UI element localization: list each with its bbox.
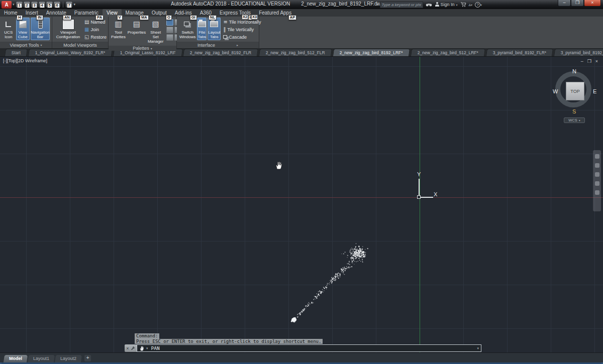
panel-title-viewport-tools[interactable]: Viewport Tools▾	[0, 42, 52, 48]
minimize-button[interactable]: –	[558, 0, 571, 7]
palette-mini-button[interactable]	[166, 34, 173, 41]
file-tab[interactable]: 2_new_zig_zag_bird_8192_LRF*	[333, 49, 410, 56]
viewport-window-controls: – ❒ ×	[581, 59, 598, 64]
infocenter: ▸ Sign In ▾ ▵ ▾ ? ▾	[377, 1, 482, 8]
ucs-axes-icon	[6, 22, 11, 27]
file-tab[interactable]: 2_new_zig_zag_bird_512_FLR	[259, 49, 332, 56]
restore-button[interactable]: ❒	[571, 0, 584, 7]
wcs-menu-button[interactable]: WCS▾	[564, 117, 585, 123]
view-cube[interactable]: N E S W TOP WCS▾	[552, 68, 597, 124]
file-tab[interactable]: 3_pyramid_bird_8192_LRF	[554, 49, 603, 56]
navigation-bar-button[interactable]: Navigation Bar	[31, 18, 50, 40]
qat-button-7[interactable]: 7	[66, 2, 72, 8]
app-store-cart-icon[interactable]	[460, 2, 466, 7]
qat-customize-caret-icon[interactable]: ▾	[74, 3, 76, 7]
qat-button-1[interactable]: 1	[16, 2, 23, 8]
nav-wheel-icon[interactable]	[595, 181, 599, 186]
properties-button[interactable]: ▤ Properties	[127, 18, 146, 36]
tile-vertically-button[interactable]: ‖ Tile Vertically	[223, 26, 261, 33]
command-options-caret-icon[interactable]: ▾	[146, 346, 148, 350]
file-tab[interactable]: 2_new_zig_zag_bird_512_LRF*	[411, 49, 485, 56]
infocenter-collapse-icon[interactable]: ▸	[377, 3, 379, 7]
qat-button-4[interactable]: 4	[39, 2, 45, 8]
qat-button-5[interactable]: 5	[46, 2, 53, 8]
command-window-grip[interactable]: ×	[125, 344, 137, 352]
command-input-area[interactable]: ▾ ▾	[137, 344, 481, 352]
command-close-icon[interactable]: ×	[126, 346, 129, 351]
compass-south[interactable]: S	[572, 108, 576, 114]
ribbon-tab-manage[interactable]: ManageMA	[122, 9, 148, 17]
drawing-canvas[interactable]: [-][Top][2D Wireframe] – ❒ × N E S W TOP…	[0, 56, 603, 352]
file-tab[interactable]: 3_pyramid_bird_8192_FLR*	[486, 49, 553, 56]
ribbon-tab-output[interactable]: OutputO	[148, 9, 171, 17]
layout-tab-label: Layout2	[60, 355, 76, 362]
viewport-minimize-button[interactable]: –	[581, 59, 583, 64]
ucs-y-label: Y	[417, 171, 421, 177]
panel-title-interface[interactable]: Interface▸	[177, 42, 259, 48]
ribbon-tab-insert[interactable]: InsertIN	[22, 9, 42, 17]
navigation-bar[interactable]	[593, 150, 601, 211]
viewport-controls[interactable]: [-][Top][2D Wireframe]	[3, 58, 47, 63]
panel-title-model-viewports[interactable]: Model Viewports	[52, 42, 108, 48]
user-icon	[435, 2, 439, 7]
a360-caret-icon[interactable]: ▾	[471, 3, 472, 7]
command-customize-wrench-icon[interactable]	[131, 346, 135, 350]
compass-east[interactable]: E	[593, 88, 596, 94]
file-tabs-button[interactable]: File Tabs	[197, 18, 207, 40]
ribbon-tab-featured-apps[interactable]: Featured AppsAP	[255, 9, 295, 17]
tool-palettes-button[interactable]: ▥ Tool Palettes	[111, 18, 126, 40]
help-caret-icon[interactable]: ▾	[480, 3, 482, 7]
sign-in-button[interactable]: Sign In ▾	[435, 2, 458, 7]
layout-tab-layout2[interactable]: Layout2	[55, 355, 82, 362]
ribbon-tab-a360[interactable]: A360NL	[196, 9, 216, 17]
ribbon-tab-annotate[interactable]: AnnotateAN	[42, 9, 70, 17]
sheet-set-manager-button[interactable]: ▧ Sheet Set Manager	[147, 18, 164, 45]
qat-button-2[interactable]: 2	[24, 2, 30, 8]
nav-pan-icon[interactable]	[595, 154, 599, 159]
file-tab[interactable]: 2_new_zig_zag_bird_8192_FLR	[183, 49, 259, 56]
layout-tabs-button[interactable]: Layout Tabs	[208, 18, 221, 40]
view-cube-button[interactable]: View Cube	[16, 18, 30, 40]
palette-mini-button[interactable]	[166, 27, 173, 33]
nav-zoom-icon[interactable]	[595, 163, 599, 168]
panel-launcher-icon[interactable]: ▸	[237, 43, 238, 47]
layout-tab-layout1[interactable]: Layout1	[28, 355, 55, 362]
ucs-icon-button[interactable]: UCS Icon	[2, 18, 15, 40]
panel-title-palettes[interactable]: Palettes▾	[109, 46, 176, 51]
view-cube-top-face[interactable]: TOP	[566, 82, 584, 100]
close-button[interactable]: ×	[584, 0, 601, 7]
ribbon-tab-parametric[interactable]: ParametricPA	[70, 9, 103, 17]
search-icon[interactable]	[426, 3, 432, 7]
wcs-caret-icon: ▾	[579, 118, 580, 122]
search-input[interactable]	[380, 2, 423, 8]
compass-north[interactable]: N	[572, 68, 576, 74]
cascade-button[interactable]: Cascade	[223, 34, 261, 40]
application-menu-caret-icon[interactable]: ▾	[13, 3, 15, 7]
join-viewports-button[interactable]: ▦ Join	[84, 26, 107, 33]
help-icon[interactable]: ?	[475, 2, 480, 8]
ribbon-tab-add-ins[interactable]: Add-insGI	[171, 9, 196, 17]
qat-button-3[interactable]: 3	[31, 2, 38, 8]
viewport-restore-button[interactable]: ❒	[587, 59, 591, 64]
application-menu-button[interactable]: A	[2, 1, 12, 9]
file-tab[interactable]: Start	[5, 49, 28, 56]
new-layout-button[interactable]: +	[84, 355, 91, 361]
restore-viewports-button[interactable]: ◱ Restore	[84, 34, 107, 40]
nav-orbit-icon[interactable]	[595, 172, 599, 177]
qat-button-6[interactable]: 6	[54, 2, 60, 8]
file-tabs-label: File Tabs	[197, 30, 206, 39]
command-input[interactable]	[150, 345, 475, 351]
command-recent-caret-icon[interactable]: ▾	[477, 346, 479, 350]
ribbon-tab-home[interactable]: HomeH	[0, 9, 22, 17]
layout-tab-model[interactable]: Model	[4, 355, 28, 362]
viewport-configuration-button[interactable]: Viewport Configuration	[54, 18, 82, 40]
switch-windows-button[interactable]: Switch Windows	[179, 18, 196, 40]
viewport-close-button[interactable]: ×	[595, 59, 598, 64]
compass-west[interactable]: W	[553, 88, 558, 94]
ribbon-tab-view[interactable]: ViewV	[103, 9, 122, 17]
file-tab[interactable]: 1_Original_Lasso_Wavy_8192_FLR*	[28, 49, 113, 56]
ribbon-tab-bar: HomeHInsertINAnnotateANParametricPAViewV…	[0, 9, 603, 17]
ribbon-tab-express-tools[interactable]: Express ToolsET	[216, 9, 255, 17]
nav-showmotion-icon[interactable]	[595, 190, 599, 195]
file-tab-label: 2_new_zig_zag_bird_8192_LRF*	[340, 49, 403, 57]
